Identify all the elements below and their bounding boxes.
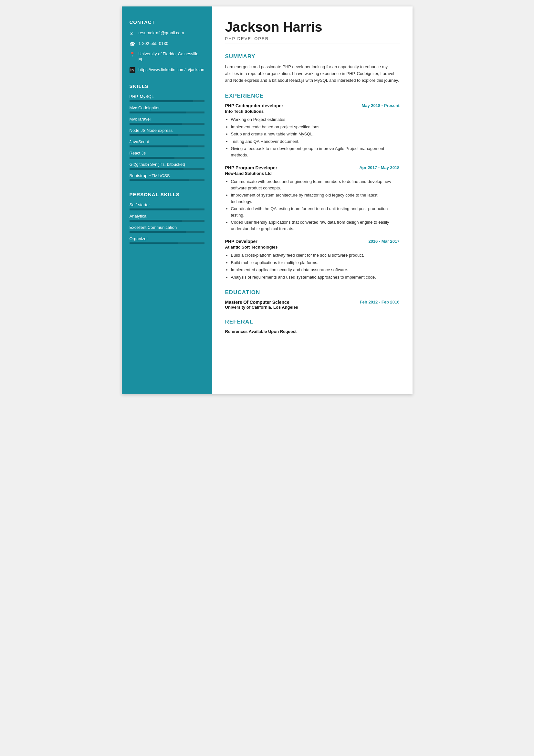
bullet: Analysis of requirements and used system… <box>231 274 400 281</box>
experience-entry-3: PHP Developer 2016 - Mar 2017 Atlantic S… <box>225 239 400 280</box>
exp-company-1: Info Tech Solutions <box>225 109 400 114</box>
edu-school: University of California, Los Angeles <box>225 305 298 310</box>
skill-bar-fill <box>130 123 182 125</box>
referal-section: REFERAL References Available Upon Reques… <box>225 319 400 334</box>
bullet: Implemented application security and dat… <box>231 267 400 273</box>
exp-bullets-3: Build a cross-platform activity feed cli… <box>225 252 400 280</box>
bullet: Setup and create a new table within MySQ… <box>231 131 400 137</box>
personal-skills-list: Self-starter Analytical Excellent Commun… <box>130 202 205 244</box>
contact-section: CONTACT ✉ resumekraft@gmail.com ☎ 1-202-… <box>130 19 205 73</box>
experience-title: EXPERIENCE <box>225 93 400 99</box>
resume-header: Jackson Harris PHP DEVELOPER <box>225 19 400 44</box>
bullet: Build mobile applications for multiple p… <box>231 259 400 266</box>
edu-left: Masters Of Computer Science University o… <box>225 300 298 310</box>
contact-email: ✉ resumekraft@gmail.com <box>130 30 205 37</box>
exp-header-2: PHP Program Developer Apr 2017 - May 201… <box>225 165 400 170</box>
skill-bar-fill <box>130 231 186 233</box>
skill-bar-bg <box>130 220 205 222</box>
skill-bar-fill <box>130 157 174 159</box>
exp-role-3: PHP Developer <box>225 239 258 244</box>
bullet: Coded user friendly applications that co… <box>231 219 400 232</box>
contact-location: 📍 University of Florida, Gainesville, FL <box>130 51 205 63</box>
contact-list: ✉ resumekraft@gmail.com ☎ 1-202-555-0130… <box>130 30 205 73</box>
sidebar: CONTACT ✉ resumekraft@gmail.com ☎ 1-202-… <box>122 7 212 394</box>
email-icon: ✉ <box>130 30 135 37</box>
skills-title: SKILLS <box>130 83 205 89</box>
skill-bar-bg <box>130 157 205 159</box>
skill-bar-fill <box>130 179 190 181</box>
candidate-title: PHP DEVELOPER <box>225 36 400 41</box>
resume-container: CONTACT ✉ resumekraft@gmail.com ☎ 1-202-… <box>122 7 413 394</box>
bullet: Working on Project estimates <box>231 116 400 123</box>
exp-bullets-1: Working on Project estimates Implement c… <box>225 116 400 158</box>
personal-skill-selfstarter: Self-starter <box>130 202 205 210</box>
skill-reactjs: React Js <box>130 150 205 159</box>
experience-entry-1: PHP Codeigniter developer May 2018 - Pre… <box>225 103 400 158</box>
skill-javascript: JavaScript <box>130 139 205 148</box>
exp-header-1: PHP Codeigniter developer May 2018 - Pre… <box>225 103 400 108</box>
skill-bar-bg <box>130 179 205 181</box>
skill-bar-bg <box>130 231 205 233</box>
contact-linkedin: in https://www.linkedin.com/in/jackson <box>130 67 205 73</box>
personal-skill-communication: Excellent Communication <box>130 225 205 233</box>
phone-icon: ☎ <box>130 41 135 47</box>
exp-company-3: Atlantic Soft Technologies <box>225 245 400 250</box>
skill-bar-fill <box>130 168 184 170</box>
bullet: Communicate with product and engineering… <box>231 178 400 191</box>
edu-degree: Masters Of Computer Science <box>225 300 298 305</box>
exp-header-3: PHP Developer 2016 - Mar 2017 <box>225 239 400 244</box>
referal-text: References Available Upon Request <box>225 329 400 334</box>
skill-bar-bg <box>130 146 205 148</box>
skill-bar-bg <box>130 123 205 125</box>
contact-title: CONTACT <box>130 19 205 25</box>
skill-bar-bg <box>130 242 205 244</box>
skill-bar-fill <box>130 134 178 136</box>
skill-nodejs: Node JS,Node express <box>130 128 205 136</box>
skill-bar-fill <box>130 100 193 102</box>
skill-mvc-codeigniter: Mvc Codeigniter <box>130 105 205 114</box>
bullet: Testing and QA Handover document. <box>231 138 400 145</box>
exp-date-3: 2016 - Mar 2017 <box>368 239 399 244</box>
referal-title: REFERAL <box>225 319 400 325</box>
summary-text: I am energetic and passionate PHP develo… <box>225 64 400 84</box>
skill-bar-bg <box>130 112 205 114</box>
personal-skills-title: PERSONAL SKILLS <box>130 192 205 197</box>
contact-phone: ☎ 1-202-555-0130 <box>130 41 205 47</box>
bullet: Build a cross-platform activity feed cli… <box>231 252 400 258</box>
skill-bar-bg <box>130 134 205 136</box>
exp-role-1: PHP Codeigniter developer <box>225 103 283 108</box>
candidate-name: Jackson Harris <box>225 19 400 35</box>
summary-title: SUMMARY <box>225 53 400 60</box>
skill-bar-fill <box>130 112 186 114</box>
skill-bar-bg <box>130 100 205 102</box>
bullet: Giving a feedback to the development gro… <box>231 146 400 158</box>
skills-section: SKILLS PHP, MySQL Mvc Codeigniter Mvc la… <box>130 83 205 181</box>
exp-date-2: Apr 2017 - May 2018 <box>359 165 399 170</box>
exp-bullets-2: Communicate with product and engineering… <box>225 178 400 232</box>
exp-date-1: May 2018 - Present <box>362 103 399 108</box>
bullet: Coordinated with the QA testing team for… <box>231 205 400 218</box>
linkedin-icon: in <box>130 67 135 73</box>
edu-date: Feb 2012 - Feb 2016 <box>360 300 400 305</box>
skill-bar-bg <box>130 208 205 210</box>
skill-php-mysql: PHP, MySQL <box>130 94 205 102</box>
skill-git: Git(github) Svn(Tfs, bitbucket) <box>130 162 205 170</box>
education-title: EDUCATION <box>225 289 400 296</box>
experience-entry-2: PHP Program Developer Apr 2017 - May 201… <box>225 165 400 232</box>
bullet: Improvement of system architecture by re… <box>231 192 400 204</box>
skill-bar-fill <box>130 220 182 222</box>
location-icon: 📍 <box>130 51 135 58</box>
header-divider <box>225 44 400 44</box>
skill-bar-fill <box>130 242 178 244</box>
experience-section: EXPERIENCE PHP Codeigniter developer May… <box>225 93 400 280</box>
skill-bar-fill <box>130 146 188 148</box>
exp-role-2: PHP Program Developer <box>225 165 277 170</box>
education-section: EDUCATION Masters Of Computer Science Un… <box>225 289 400 310</box>
personal-skill-organizer: Organizer <box>130 236 205 244</box>
main-content: Jackson Harris PHP DEVELOPER SUMMARY I a… <box>212 7 413 394</box>
bullet: Implement code based on project specific… <box>231 124 400 130</box>
skill-bootstrap: Bootstrap HTML/CSS <box>130 173 205 181</box>
skill-bar-bg <box>130 168 205 170</box>
skill-bar-fill <box>130 208 190 210</box>
skills-list: PHP, MySQL Mvc Codeigniter Mvc laravel N… <box>130 94 205 181</box>
